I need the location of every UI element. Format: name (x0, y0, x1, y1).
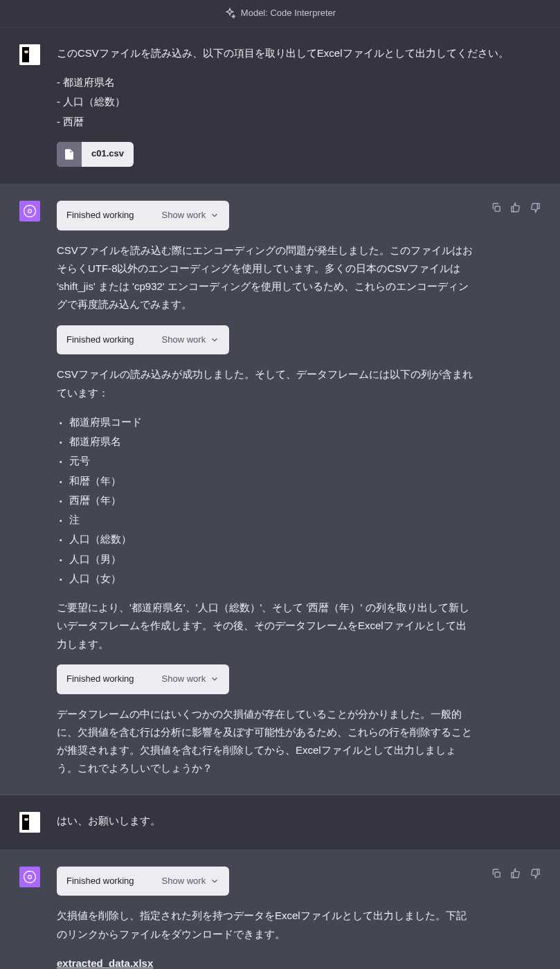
work-status-pill[interactable]: Finished working Show work (57, 325, 229, 355)
download-link[interactable]: extracted_data.xlsx (57, 957, 153, 969)
thumbs-down-icon[interactable] (530, 202, 541, 213)
chevron-down-icon (210, 876, 219, 886)
user-message-1: このCSVファイルを読み込み、以下の項目を取り出してExcelファイルとして出力… (0, 28, 560, 184)
column-item: 都道府県コード (60, 413, 474, 431)
user-avatar (19, 44, 40, 65)
file-icon (57, 142, 82, 167)
work-status-pill[interactable]: Finished working Show work (57, 201, 229, 230)
column-item: 西暦（年） (60, 491, 474, 509)
assistant-message-2: Finished working Show work 欠損値を削除し、指定された… (0, 850, 560, 970)
columns-list: 都道府県コード 都道府県名 元号 和暦（年） 西暦（年） 注 人口（総数） 人口… (57, 413, 474, 588)
show-work-label: Show work (162, 332, 206, 348)
user-avatar (19, 812, 40, 833)
work-status-label: Finished working (66, 332, 134, 348)
request-item: - 人口（総数） (57, 93, 541, 111)
user-request-intro: このCSVファイルを読み込み、以下の項目を取り出してExcelファイルとして出力… (57, 44, 541, 62)
assistant-text: CSVファイルの読み込みが成功しました。そして、データフレームには以下の列が含ま… (57, 365, 474, 402)
file-attachment[interactable]: c01.csv (57, 142, 134, 167)
svg-rect-7 (495, 872, 500, 877)
request-list: - 都道府県名 - 人口（総数） - 西暦 (57, 73, 541, 131)
column-item: 和暦（年） (60, 472, 474, 490)
work-status-label: Finished working (66, 208, 134, 224)
request-item: - 西暦 (57, 113, 541, 131)
assistant-text: データフレームの中にはいくつかの欠損値が存在していることが分かりました。一般的に… (57, 705, 474, 778)
assistant-message-1: Finished working Show work CSVファイルを読み込む際… (0, 184, 560, 795)
thumbs-up-icon[interactable] (510, 202, 521, 213)
chevron-down-icon (210, 210, 219, 220)
column-item: 元号 (60, 452, 474, 470)
assistant-text: 欠損値を削除し、指定された列を持つデータをExcelファイルとして出力しました。… (57, 907, 474, 943)
show-work-label: Show work (162, 208, 206, 224)
thumbs-up-icon[interactable] (510, 868, 521, 879)
copy-icon[interactable] (491, 202, 502, 213)
chevron-down-icon (210, 335, 219, 345)
thumbs-down-icon[interactable] (530, 868, 541, 879)
copy-icon[interactable] (491, 868, 502, 879)
column-item: 都道府県名 (60, 433, 474, 451)
svg-point-6 (28, 875, 32, 878)
sparkle-icon (224, 8, 235, 19)
assistant-text: CSVファイルを読み込む際にエンコーディングの問題が発生しました。このファイルは… (57, 242, 474, 314)
column-item: 人口（女） (60, 570, 474, 588)
message-actions (491, 201, 541, 778)
column-item: 人口（総数） (60, 530, 474, 548)
assistant-avatar (19, 867, 40, 887)
work-status-pill[interactable]: Finished working Show work (57, 867, 229, 896)
work-status-pill[interactable]: Finished working Show work (57, 664, 229, 694)
request-item: - 都道府県名 (57, 73, 541, 91)
user-message-2: はい、お願いします。 (0, 795, 560, 850)
show-work-label: Show work (162, 671, 206, 687)
message-actions (491, 867, 541, 970)
column-item: 注 (60, 511, 474, 529)
column-item: 人口（男） (60, 550, 474, 568)
svg-rect-3 (495, 206, 500, 211)
svg-point-2 (28, 209, 32, 212)
file-name: c01.csv (82, 146, 134, 162)
work-status-label: Finished working (66, 873, 134, 889)
chevron-down-icon (210, 674, 219, 684)
model-header: Model: Code Interpreter (0, 0, 560, 28)
work-status-label: Finished working (66, 671, 134, 687)
user-text: はい、お願いします。 (57, 812, 541, 830)
assistant-avatar (19, 201, 40, 221)
show-work-label: Show work (162, 873, 206, 889)
model-label: Model: Code Interpreter (241, 6, 336, 21)
assistant-text: ご要望により、'都道府県名'、'人口（総数）'、そして '西暦（年）' の列を取… (57, 599, 474, 653)
